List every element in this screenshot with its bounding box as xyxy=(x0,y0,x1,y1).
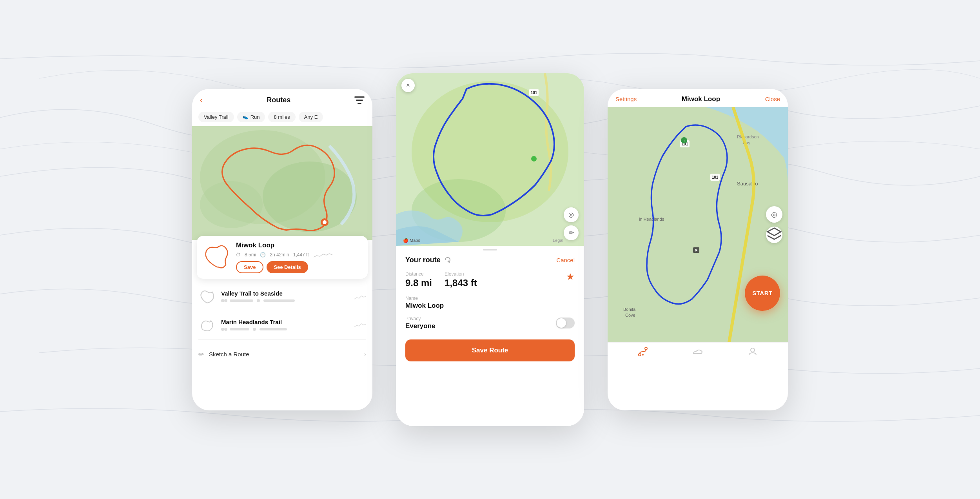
name-value: Miwok Loop xyxy=(405,302,575,310)
list-item[interactable]: Valley Trail to Seaside xyxy=(198,283,366,311)
pencil-map-icon: ✏ xyxy=(569,229,574,236)
profile-tab-icon xyxy=(748,347,758,357)
save-button[interactable]: Save xyxy=(236,261,263,273)
nav-title: Miwok Loop xyxy=(682,95,720,103)
target-icon: ◎ xyxy=(568,211,574,218)
stats-row: Distance 9.8 mi Elevation 1,843 ft ★ xyxy=(405,271,575,289)
elevation-chart-small-2 xyxy=(354,322,366,328)
distance-stat: Distance 9.8 mi xyxy=(405,271,432,289)
chip-label: Valley Trail xyxy=(204,114,229,120)
svg-point-8 xyxy=(323,220,327,224)
bottom-tab-bar xyxy=(608,342,788,362)
time-value: 2h 42min xyxy=(270,252,289,258)
svg-text:Bonita: Bonita xyxy=(623,307,636,312)
close-nav-link[interactable]: Close xyxy=(765,96,780,102)
elevation-mini-chart xyxy=(313,252,332,258)
settings-link[interactable]: Settings xyxy=(615,96,637,102)
chip-run-label: Run xyxy=(250,114,260,120)
run-icon: 👟 xyxy=(243,114,249,120)
route-details-panel: Your route Cancel Distance 9.8 mi Elevat… xyxy=(396,250,584,371)
svg-text:in Headlands: in Headlands xyxy=(639,217,664,221)
route-sketch-image xyxy=(203,243,230,271)
elevation-value: 1,447 ft xyxy=(293,252,309,258)
item-name-1: Valley Trail to Seaside xyxy=(221,290,349,297)
privacy-info: Privacy Everyone xyxy=(405,316,556,330)
svg-text:🍎 Maps: 🍎 Maps xyxy=(403,238,420,243)
side-buttons: ◎ xyxy=(766,206,782,243)
elevation-label: Elevation xyxy=(445,271,477,277)
distance-value: 8.5mi xyxy=(245,252,256,258)
route-name: Miwok Loop xyxy=(236,241,361,249)
svg-text:↑: ↑ xyxy=(683,139,685,143)
svg-text:Legal: Legal xyxy=(553,238,563,243)
svg-point-12 xyxy=(221,328,224,331)
route-icon xyxy=(444,256,452,264)
svg-point-14 xyxy=(253,328,256,331)
mini-sketch-1 xyxy=(198,288,216,305)
distance-icon: ⏱ xyxy=(236,252,241,258)
route-meta: ⏱ 8.5mi 🕐 2h 42min 1,447 ft xyxy=(236,252,361,258)
chip-any[interactable]: Any E xyxy=(299,112,323,122)
close-button[interactable]: × xyxy=(401,79,415,92)
svg-text:101: 101 xyxy=(531,91,537,95)
toggle-knob xyxy=(557,318,566,328)
chip-any-label: Any E xyxy=(304,114,318,120)
shoe-tab-icon xyxy=(693,347,703,357)
see-details-button[interactable]: See Details xyxy=(267,261,308,273)
favorite-button[interactable]: ★ xyxy=(566,271,575,282)
location-target-button[interactable]: ◎ xyxy=(564,207,579,222)
elevation-value: 1,843 ft xyxy=(445,278,477,289)
your-route-heading: Your route xyxy=(405,256,452,264)
chip-valley-trail[interactable]: Valley Trail xyxy=(198,112,234,122)
layers-button[interactable] xyxy=(766,227,782,243)
save-route-button[interactable]: Save Route xyxy=(405,339,575,361)
svg-point-39 xyxy=(639,354,641,356)
svg-text:Cove: Cove xyxy=(625,313,635,318)
meta-bar xyxy=(260,328,287,330)
close-icon: × xyxy=(406,82,410,89)
phone-route-detail: 101 🍎 Maps Legal × ◎ ✏ xyxy=(396,73,584,426)
tab-profile[interactable] xyxy=(748,347,758,357)
chip-miles-label: 8 miles xyxy=(274,114,290,120)
edit-route-button[interactable]: ✏ xyxy=(564,225,579,240)
svg-point-11 xyxy=(257,299,260,302)
sketch-route-label: Sketch a Route xyxy=(209,351,359,357)
name-label: Name xyxy=(405,296,575,301)
svg-point-41 xyxy=(642,354,644,356)
distance-value: 9.8 mi xyxy=(405,278,432,289)
privacy-toggle[interactable] xyxy=(556,318,575,328)
meta-bar xyxy=(230,328,249,330)
back-button[interactable]: ‹ xyxy=(200,95,203,105)
item-name-2: Marin Headlands Trail xyxy=(221,319,349,325)
map-button-group: ◎ ✏ xyxy=(564,207,579,240)
filter-icon[interactable] xyxy=(354,96,365,104)
meta-bar xyxy=(263,299,295,302)
routes-tab-icon xyxy=(638,347,648,357)
privacy-value: Everyone xyxy=(405,322,556,330)
svg-point-10 xyxy=(224,299,227,302)
location-button[interactable]: ◎ xyxy=(766,206,782,223)
pencil-icon: ✏ xyxy=(198,350,204,359)
tab-routes[interactable] xyxy=(638,347,648,357)
list-item[interactable]: Marin Headlands Trail xyxy=(198,311,366,340)
filter-chips: Valley Trail 👟 Run 8 miles Any E xyxy=(192,109,372,126)
cancel-button[interactable]: Cancel xyxy=(556,257,575,263)
mini-sketch-2 xyxy=(198,317,216,334)
sketch-route-row[interactable]: ✏ Sketch a Route › xyxy=(192,344,372,365)
phone-navigation: Settings Miwok Loop Close Richardson Bay… xyxy=(608,89,788,410)
chip-miles[interactable]: 8 miles xyxy=(268,112,295,122)
featured-route-card: Miwok Loop ⏱ 8.5mi 🕐 2h 42min 1,447 ft S… xyxy=(197,236,368,279)
svg-point-40 xyxy=(645,347,647,350)
svg-rect-2 xyxy=(358,103,361,104)
chip-run[interactable]: 👟 Run xyxy=(237,112,265,122)
meta-bars-2 xyxy=(221,327,349,332)
tab-shoe[interactable] xyxy=(693,347,703,357)
route-details-header: Your route Cancel xyxy=(405,256,575,264)
chevron-icon: › xyxy=(364,351,366,358)
start-button[interactable]: START xyxy=(745,276,780,311)
elevation-chart-small xyxy=(354,294,366,300)
navigation-map: Richardson Bay Sausalito 101 101 in Head… xyxy=(608,107,788,342)
route-list: Valley Trail to Seaside xyxy=(192,279,372,344)
svg-point-42 xyxy=(751,348,755,352)
route-map-preview xyxy=(192,126,372,240)
